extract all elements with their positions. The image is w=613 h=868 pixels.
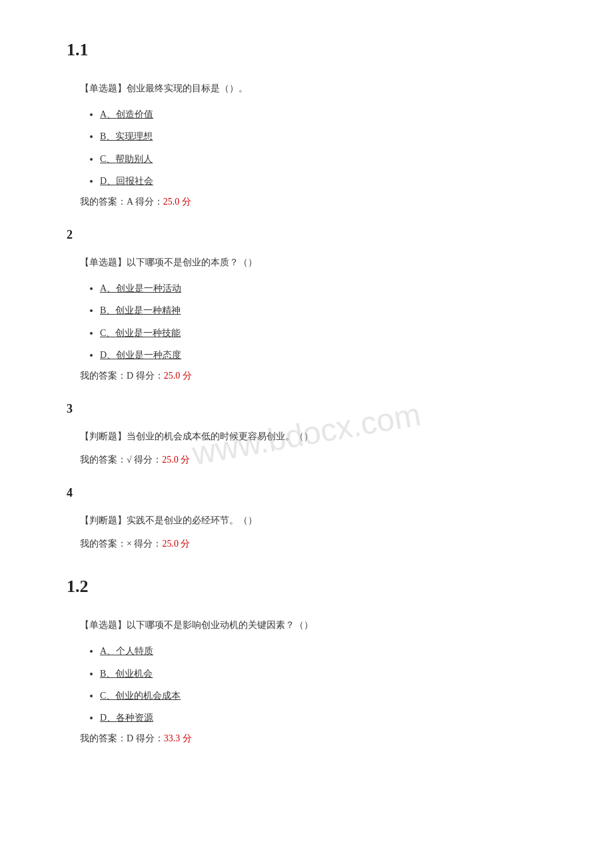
question-text-s2-1: 【单选题】以下哪项不是影响创业动机的关键因素？（） <box>80 617 546 633</box>
question-block-1: 【单选题】创业最终实现的目标是（）。 A、创造价值 B、实现理想 C、帮助别人 … <box>67 80 546 208</box>
question-block-3: 【判断题】当创业的机会成本低的时候更容易创业。（） 我的答案：√ 得分：25.0… <box>67 428 546 466</box>
question-number-3: 3 <box>67 402 546 416</box>
answer-line-1: 我的答案：A 得分：25.0 分 <box>80 196 546 208</box>
question-block-2: 【单选题】以下哪项不是创业的本质？（） A、创业是一种活动 B、创业是一种精神 … <box>67 254 546 382</box>
question-text-3: 【判断题】当创业的机会成本低的时候更容易创业。（） <box>80 428 546 445</box>
score-2: 25.0 分 <box>164 371 192 381</box>
score-3: 25.0 分 <box>162 455 190 465</box>
question-block-s2-1: 【单选题】以下哪项不是影响创业动机的关键因素？（） A、个人特质 B、创业机会 … <box>67 617 546 745</box>
list-item: D、回报社会 <box>100 173 546 189</box>
list-item: B、创业是一种精神 <box>100 302 546 319</box>
question-tag-3: 【判断题】 <box>80 431 127 441</box>
question-number-2: 2 <box>67 228 546 242</box>
question-body-s2-1: 以下哪项不是影响创业动机的关键因素？（） <box>127 620 313 630</box>
options-list-2: A、创业是一种活动 B、创业是一种精神 C、创业是一种技能 D、创业是一种态度 <box>80 280 546 363</box>
list-item: A、创业是一种活动 <box>100 280 546 297</box>
question-text-2: 【单选题】以下哪项不是创业的本质？（） <box>80 254 546 271</box>
list-item: A、个人特质 <box>100 643 546 659</box>
option-a-2[interactable]: A、创业是一种活动 <box>100 283 181 293</box>
option-b-2[interactable]: B、创业是一种精神 <box>100 305 181 315</box>
option-a-1[interactable]: A、创造价值 <box>100 109 153 119</box>
list-item: A、创造价值 <box>100 106 546 123</box>
question-tag-4: 【判断题】 <box>80 515 127 525</box>
section-title-1-2: 1.2 <box>67 577 546 597</box>
score-1: 25.0 分 <box>163 197 191 207</box>
list-item: B、实现理想 <box>100 128 546 145</box>
option-d-1[interactable]: D、回报社会 <box>100 176 153 186</box>
list-item: B、创业机会 <box>100 665 546 682</box>
answer-line-s2-1: 我的答案：D 得分：33.3 分 <box>80 733 546 745</box>
score-s2-1: 33.3 分 <box>164 733 192 743</box>
list-item: D、各种资源 <box>100 709 546 726</box>
options-list-1: A、创造价值 B、实现理想 C、帮助别人 D、回报社会 <box>80 106 546 189</box>
question-text-4: 【判断题】实践不是创业的必经环节。（） <box>80 512 546 529</box>
option-d-s2-1[interactable]: D、各种资源 <box>100 713 153 723</box>
list-item: D、创业是一种态度 <box>100 347 546 363</box>
question-number-4: 4 <box>67 486 546 500</box>
option-b-s2-1[interactable]: B、创业机会 <box>100 669 153 679</box>
section-1-2: 1.2 【单选题】以下哪项不是影响创业动机的关键因素？（） A、个人特质 B、创… <box>67 577 546 745</box>
section-title-1-1: 1.1 <box>67 40 546 60</box>
score-4: 25.0 分 <box>162 539 190 549</box>
question-text-1: 【单选题】创业最终实现的目标是（）。 <box>80 80 546 97</box>
list-item: C、创业是一种技能 <box>100 325 546 341</box>
options-list-s2-1: A、个人特质 B、创业机会 C、创业的机会成本 D、各种资源 <box>80 643 546 726</box>
answer-line-2: 我的答案：D 得分：25.0 分 <box>80 370 546 382</box>
option-c-1[interactable]: C、帮助别人 <box>100 154 153 164</box>
option-b-1[interactable]: B、实现理想 <box>100 131 153 141</box>
question-body-3: 当创业的机会成本低的时候更容易创业。（） <box>127 431 313 441</box>
option-a-s2-1[interactable]: A、个人特质 <box>100 646 153 656</box>
question-tag-1: 【单选题】 <box>80 83 127 93</box>
question-body-1: 创业最终实现的目标是（）。 <box>127 83 248 93</box>
list-item: C、创业的机会成本 <box>100 687 546 704</box>
list-item: C、帮助别人 <box>100 151 546 167</box>
answer-line-4: 我的答案：× 得分：25.0 分 <box>80 538 546 550</box>
question-tag-2: 【单选题】 <box>80 257 127 267</box>
option-d-2[interactable]: D、创业是一种态度 <box>100 350 181 360</box>
question-body-2: 以下哪项不是创业的本质？（） <box>127 257 257 267</box>
section-1-1: 1.1 【单选题】创业最终实现的目标是（）。 A、创造价值 B、实现理想 C、帮… <box>67 40 546 550</box>
question-block-4: 【判断题】实践不是创业的必经环节。（） 我的答案：× 得分：25.0 分 <box>67 512 546 550</box>
answer-line-3: 我的答案：√ 得分：25.0 分 <box>80 454 546 466</box>
question-tag-s2-1: 【单选题】 <box>80 620 127 630</box>
question-body-4: 实践不是创业的必经环节。（） <box>127 515 257 525</box>
option-c-2[interactable]: C、创业是一种技能 <box>100 328 181 338</box>
option-c-s2-1[interactable]: C、创业的机会成本 <box>100 691 181 701</box>
